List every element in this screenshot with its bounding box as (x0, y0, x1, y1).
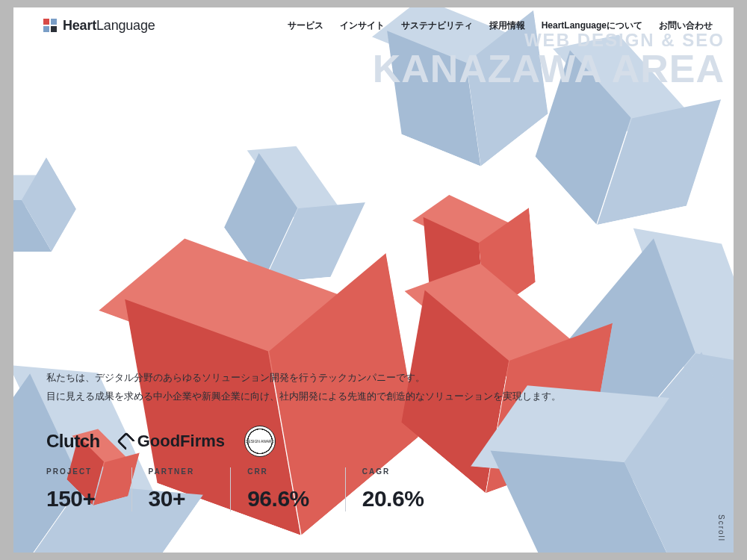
goodfirms-badge: GoodFirms (120, 432, 225, 451)
cube-decor-icon (395, 31, 513, 149)
tagline-line-2: 目に見える成果を求める中小企業や新興企業に向け、社内開発による先進的で創造的なソ… (46, 388, 561, 406)
stat-value: 96.6% (247, 486, 309, 511)
hero-tagline: 私たちは、デジタル分野のあらゆるソリューション開発を行うテックカンパニーです。 … (46, 369, 561, 406)
cube-decor-icon (536, 67, 678, 208)
stat-label: CRR (247, 467, 309, 476)
stat-value: 20.6% (362, 486, 424, 511)
stat-partner: PARTNER 30+ (131, 467, 231, 511)
page-frame: HeartLanguage サービス インサイト サステナビリティ 採用情報 H… (13, 7, 734, 553)
nav-insight[interactable]: インサイト (340, 19, 385, 32)
brand-logo[interactable]: HeartLanguage (43, 18, 155, 34)
site-header: HeartLanguage サービス インサイト サステナビリティ 採用情報 H… (13, 7, 734, 43)
cube-decor-icon (13, 175, 62, 257)
stat-crr: CRR 96.6% (230, 467, 345, 511)
nav-services[interactable]: サービス (288, 19, 323, 32)
nav-sustainability[interactable]: サステナビリティ (401, 19, 473, 32)
stat-project: PROJECT 150+ (46, 467, 131, 511)
scroll-indicator[interactable]: Scroll (717, 514, 725, 542)
stat-label: PROJECT (46, 467, 96, 476)
design-award-badge-icon: DESIGN AWARD (244, 426, 276, 457)
stat-value: 30+ (149, 486, 195, 511)
stat-value: 150+ (46, 486, 96, 511)
tagline-line-1: 私たちは、デジタル分野のあらゆるソリューション開発を行うテックカンパニーです。 (46, 369, 561, 388)
goodfirms-label: GoodFirms (137, 432, 225, 451)
primary-nav: サービス インサイト サステナビリティ 採用情報 HeartLanguageにつ… (288, 19, 713, 32)
cube-decor-icon (509, 399, 728, 553)
brand-name-thin: Language (96, 18, 155, 33)
nav-contact[interactable]: お問い合わせ (659, 19, 713, 32)
stat-label: PARTNER (149, 467, 195, 476)
nav-about[interactable]: HeartLanguageについて (542, 19, 642, 32)
stat-cagr: CAGR 20.6% (345, 467, 460, 511)
stats-row: PROJECT 150+ PARTNER 30+ CRR 96.6% CAGR … (46, 467, 459, 511)
stat-label: CAGR (362, 467, 424, 476)
goodfirms-icon (117, 432, 135, 450)
brand-name-bold: Heart (63, 18, 96, 33)
logo-mark-icon (43, 19, 57, 32)
brand-name: HeartLanguage (63, 18, 155, 34)
clutch-badge: Clutch (46, 431, 100, 452)
nav-careers[interactable]: 採用情報 (489, 19, 525, 32)
trust-badges: Clutch GoodFirms DESIGN AWARD (46, 426, 276, 457)
